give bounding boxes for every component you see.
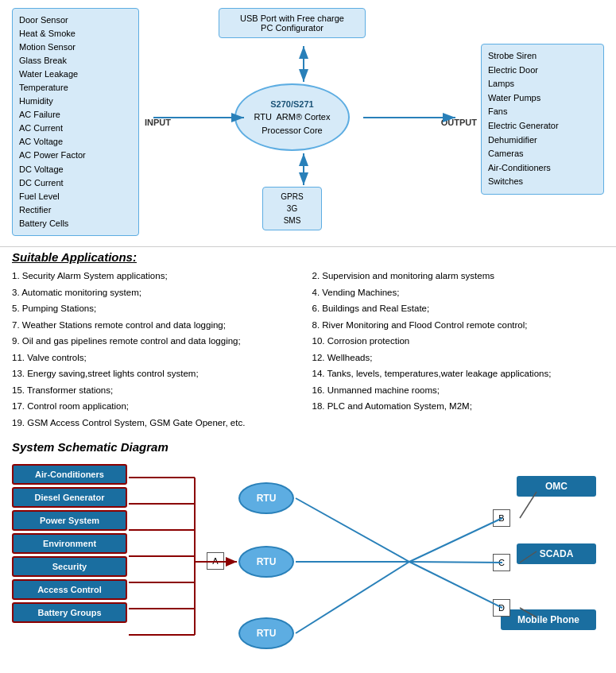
rtu-title: S270/S271 <box>270 98 313 111</box>
app-item: 17. Control room application; <box>12 399 304 415</box>
app-item: 19. GSM Access Control System, GSM Gate … <box>12 416 304 431</box>
input-item: AC Voltage <box>19 135 132 149</box>
output-item: Switches <box>488 175 597 189</box>
mobile-box: Mobile Phone <box>501 609 596 630</box>
app-item: 10. Corrosion protection <box>312 334 605 350</box>
app-item: 8. River Monitoring and Flood Control re… <box>312 318 605 334</box>
rtu-top: RTU <box>238 482 294 514</box>
input-item: DC Current <box>19 176 132 190</box>
app-item: 16. Unmanned machine rooms; <box>312 383 605 399</box>
input-box: Door SensorHeat & SmokeMotion SensorGlas… <box>12 8 139 236</box>
schematic-left-box: Diesel Generator <box>12 487 127 508</box>
output-item: Water Pumps <box>488 91 597 106</box>
output-item: Strobe Siren <box>488 49 597 64</box>
input-item: Glass Break <box>19 54 132 68</box>
app-item: 15. Transformer stations; <box>12 383 304 399</box>
app-item: 6. Buildings and Real Estate; <box>312 301 605 317</box>
svg-line-22 <box>409 518 502 562</box>
schematic-heading: System Schematic Diagram <box>12 440 604 454</box>
input-item: Battery Cells <box>19 217 132 230</box>
schematic-left-box: Power System <box>12 510 127 531</box>
applications-heading: Suitable Applications: <box>12 250 604 264</box>
input-item: Temperature <box>19 81 132 95</box>
input-item: Water Leakage <box>19 68 132 81</box>
scada-box: SCADA <box>517 543 596 564</box>
top-block-diagram: Door SensorHeat & SmokeMotion SensorGlas… <box>0 0 616 246</box>
schematic-left-box: Environment <box>12 533 127 554</box>
rtu-middle: RTU <box>238 546 294 578</box>
comm-item: SMS <box>268 215 316 226</box>
app-item: 11. Valve controls; <box>12 350 304 366</box>
rtu-bottom-label: RTU <box>257 628 277 639</box>
input-item: Heat & Smoke <box>19 27 132 41</box>
comm-box: GPRS3GSMS <box>262 187 322 230</box>
output-item: Cameras <box>488 147 597 161</box>
comm-item: GPRS <box>268 191 316 203</box>
app-item: 14. Tanks, levels, temperatures,water le… <box>312 366 605 382</box>
rtu-bottom: RTU <box>238 617 294 649</box>
output-item: Lamps <box>488 77 597 91</box>
box-b: B <box>493 509 510 527</box>
app-item: 7. Weather Stations remote control and d… <box>12 318 304 334</box>
svg-line-23 <box>409 562 502 563</box>
comm-item: 3G <box>268 203 316 215</box>
schematic-left-box: Access Control <box>12 579 127 600</box>
app-item: 1. Security Alarm System applications; <box>12 269 304 284</box>
rtu-ellipse: S270/S271 RTU ARM® CortexProcessor Core <box>234 83 350 151</box>
rtu-middle-label: RTU <box>257 556 277 567</box>
input-item: Rectifier <box>19 203 132 217</box>
app-item: 5. Pumping Stations; <box>12 301 304 317</box>
usb-label: USB Port with Free chargePC Configurator <box>240 14 344 33</box>
schematic-left-box: Air-Conditioners <box>12 464 127 485</box>
output-item: Air-Conditioners <box>488 161 597 176</box>
output-label: OUTPUT <box>441 118 477 127</box>
output-box: Strobe SirenElectric DoorLampsWater Pump… <box>481 44 604 195</box>
app-item: 13. Energy saving,street lights control … <box>12 366 304 382</box>
schematic-diagram: Air-ConditionersDiesel GeneratorPower Sy… <box>12 460 604 671</box>
app-item: 3. Automatic monitoring system; <box>12 285 304 301</box>
app-item: 2. Supervision and monitoring alarm syst… <box>312 269 605 284</box>
box-d: D <box>493 599 510 617</box>
omc-box: OMC <box>517 476 596 497</box>
left-boxes-group: Air-ConditionersDiesel GeneratorPower Sy… <box>12 464 127 623</box>
input-item: Door Sensor <box>19 14 132 27</box>
box-a: A <box>207 552 224 570</box>
svg-line-21 <box>296 562 409 633</box>
svg-line-24 <box>409 562 502 608</box>
svg-line-19 <box>296 498 409 562</box>
input-item: Fuel Level <box>19 190 132 203</box>
output-item: Dehumidifier <box>488 133 597 148</box>
input-item: AC Current <box>19 122 132 135</box>
output-item: Electric Generator <box>488 119 597 133</box>
schematic-left-box: Security <box>12 556 127 577</box>
output-item: Electric Door <box>488 64 597 78</box>
input-item: Humidity <box>19 95 132 108</box>
app-item: 18. PLC and Automation System, M2M; <box>312 399 605 415</box>
app-item: 4. Vending Machines; <box>312 285 605 301</box>
output-item: Fans <box>488 105 597 119</box>
schematic-section: System Schematic Diagram Air-Conditioner… <box>0 435 616 673</box>
box-c: C <box>493 554 510 571</box>
schematic-left-box: Battery Groups <box>12 602 127 623</box>
rtu-top-label: RTU <box>257 493 277 504</box>
applications-grid: 1. Security Alarm System applications;2.… <box>12 269 604 431</box>
usb-box: USB Port with Free chargePC Configurator <box>219 8 366 38</box>
input-item: DC Voltage <box>19 163 132 176</box>
rtu-subtitle: RTU ARM® CortexProcessor Core <box>254 110 331 137</box>
applications-section: Suitable Applications: 1. Security Alarm… <box>0 246 616 435</box>
input-item: Motion Sensor <box>19 41 132 54</box>
input-label: INPUT <box>145 118 171 127</box>
app-item: 9. Oil and gas pipelines remote control … <box>12 334 304 350</box>
app-item: 12. Wellheads; <box>312 350 605 366</box>
input-item: AC Power Factor <box>19 149 132 162</box>
input-item: AC Failure <box>19 108 132 122</box>
